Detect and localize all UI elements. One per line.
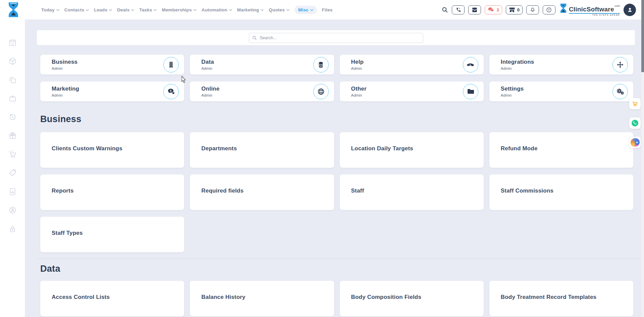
chevron-down-icon: [86, 9, 89, 11]
card-access-control-lists[interactable]: Access Control Lists: [40, 281, 184, 316]
category-card-business[interactable]: BusinessAdmin: [40, 55, 184, 74]
chat-bubbles-icon: [488, 7, 494, 12]
price-tag-icon[interactable]: [8, 169, 17, 177]
card-reports[interactable]: Reports: [40, 174, 184, 210]
cart-float-button[interactable]: [629, 98, 641, 109]
cart-icon[interactable]: [8, 150, 17, 159]
move-arrows-icon: [617, 61, 624, 68]
nav-item-today[interactable]: Today: [41, 7, 59, 12]
building-icon: [168, 61, 174, 68]
user-circle-icon[interactable]: [8, 206, 17, 215]
user-avatar[interactable]: [624, 4, 636, 16]
main-nav: Today Contacts Leads Deals Tasks Members…: [41, 0, 333, 19]
svg-text:$: $: [170, 89, 172, 92]
category-subtitle: Admin: [52, 66, 163, 70]
card-staff-commissions[interactable]: Staff Commissions: [489, 174, 633, 210]
cart-icon: [632, 100, 638, 107]
nav-label: Deals: [117, 7, 129, 12]
calendar-icon[interactable]: 12: [8, 38, 17, 47]
nav-item-quotes[interactable]: Quotes: [269, 7, 289, 12]
package-icon[interactable]: [8, 57, 17, 66]
card-staff-types[interactable]: Staff Types: [40, 217, 184, 252]
storefront-icon: [509, 7, 515, 12]
gift-icon[interactable]: [8, 131, 17, 140]
chevron-down-icon: [131, 9, 134, 11]
page-scrollbar[interactable]: [641, 0, 644, 317]
clinicsoftware-logo-icon[interactable]: [7, 2, 20, 18]
whatsapp-icon: [631, 119, 639, 127]
phone-volume-icon: [455, 7, 461, 12]
nav-item-leads[interactable]: Leads: [94, 7, 112, 12]
category-card-marketing[interactable]: MarketingAdmin $: [40, 82, 184, 101]
nav-item-tasks[interactable]: Tasks: [139, 7, 157, 12]
card-body-treatment-record-templates[interactable]: Body Treatment Record Templates: [489, 281, 633, 316]
nav-item-misc[interactable]: Misc: [294, 6, 317, 14]
card-balance-history[interactable]: Balance History: [190, 281, 334, 316]
hourglass-logo-icon: [559, 3, 568, 13]
nav-item-memberships[interactable]: Memberships: [162, 7, 196, 12]
report-icon[interactable]: [8, 187, 17, 196]
inbox-icon: [472, 7, 478, 12]
nav-label: Memberships: [162, 7, 192, 12]
calendar-import-icon[interactable]: [8, 94, 17, 103]
brand-tld: .com: [614, 4, 620, 7]
category-card-data[interactable]: DataAdmin: [190, 55, 334, 74]
clinicsoftware-brand[interactable]: ClinicSoftware.com TEN STEPS AHEAD: [559, 3, 620, 16]
phone-button[interactable]: [452, 5, 465, 14]
card-title: Body Composition Fields: [351, 294, 422, 301]
category-title: Settings: [501, 86, 612, 92]
lock-icon[interactable]: [8, 224, 17, 233]
card-title: Refund Mode: [501, 145, 538, 152]
nav-item-contacts[interactable]: Contacts: [64, 7, 89, 12]
notifications-button[interactable]: [526, 5, 539, 14]
brand-name: ClinicSoftware: [569, 6, 614, 13]
card-location-daily-targets[interactable]: Location Daily Targets: [340, 132, 484, 168]
card-departments[interactable]: Departments: [190, 132, 334, 168]
ai-float-button[interactable]: AI: [629, 137, 641, 148]
card-refund-mode[interactable]: Refund Mode: [489, 132, 633, 168]
nav-item-marketing[interactable]: Marketing: [237, 7, 264, 12]
inbox-button[interactable]: [468, 5, 481, 14]
history-icon[interactable]: [8, 113, 17, 121]
search-icon[interactable]: [442, 7, 448, 13]
nav-label: Marketing: [237, 7, 259, 12]
whatsapp-float-button[interactable]: [629, 117, 641, 129]
category-subtitle: Admin: [351, 93, 463, 97]
category-card-other[interactable]: OtherAdmin: [340, 82, 484, 101]
card-title: Departments: [201, 145, 237, 152]
store-button[interactable]: 0: [506, 5, 523, 14]
nav-item-automation[interactable]: Automation: [202, 7, 232, 12]
chevron-down-icon: [286, 9, 289, 11]
search-input[interactable]: [249, 33, 423, 43]
search-icon: [252, 36, 257, 40]
category-card-integrations[interactable]: IntegrationsAdmin: [489, 55, 633, 74]
card-title: Required fields: [201, 188, 244, 194]
chevron-down-icon: [56, 9, 59, 11]
card-title: Access Control Lists: [52, 294, 110, 301]
gears-icon: [616, 88, 624, 95]
card-clients-custom-warnings[interactable]: Clients Custom Warnings: [40, 132, 184, 168]
card-staff[interactable]: Staff: [340, 174, 484, 210]
chevron-down-icon: [229, 9, 232, 11]
svg-text:12: 12: [11, 42, 14, 45]
chat-button[interactable]: 3: [485, 5, 502, 14]
copy-icon[interactable]: [8, 75, 17, 84]
category-title: Marketing: [52, 86, 163, 92]
card-title: Clients Custom Warnings: [52, 145, 122, 152]
nav-item-deals[interactable]: Deals: [117, 7, 134, 12]
svg-text:?: ?: [548, 8, 550, 11]
chevron-down-icon: [109, 9, 112, 11]
nav-item-files[interactable]: Files: [322, 7, 333, 12]
category-card-online[interactable]: OnlineAdmin: [190, 82, 334, 101]
category-card-help[interactable]: HelpAdmin: [340, 55, 484, 74]
help-button[interactable]: ?: [543, 5, 555, 14]
card-required-fields[interactable]: Required fields: [190, 174, 334, 210]
nav-label: Files: [322, 7, 333, 12]
scrollbar-thumb[interactable]: [641, 0, 644, 72]
category-card-settings[interactable]: SettingsAdmin: [489, 82, 633, 101]
folder-icon: [467, 89, 474, 94]
card-title: Location Daily Targets: [351, 145, 413, 152]
chevron-down-icon: [261, 9, 264, 11]
card-body-composition-fields[interactable]: Body Composition Fields: [340, 281, 484, 316]
handshake-icon: [467, 62, 474, 68]
